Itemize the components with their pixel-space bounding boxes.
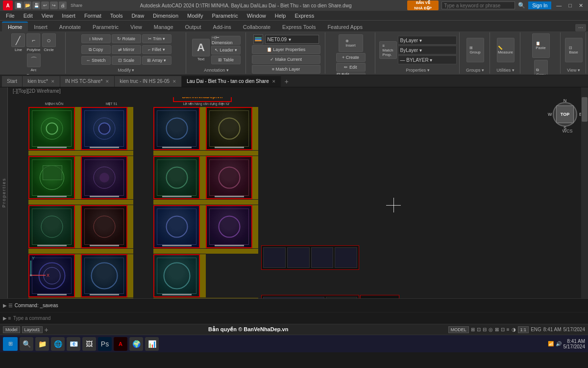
maximize-button[interactable]: □ xyxy=(566,2,574,8)
sheet-3-1[interactable] xyxy=(28,205,75,248)
share-button[interactable]: Share xyxy=(69,3,84,8)
menu-dimension[interactable]: Dimension xyxy=(149,12,182,20)
tab-add-button[interactable]: + xyxy=(281,76,292,87)
sheet-3-2[interactable] xyxy=(81,205,127,248)
qa-save[interactable]: 💾 xyxy=(32,1,40,9)
drawing-canvas[interactable]: MẸNH NÕN MẸT 51 xyxy=(9,97,588,298)
tab-kientru2[interactable]: kien truc - IN HS 26-05 ✕ xyxy=(115,76,182,87)
sheet-2-1[interactable] xyxy=(28,156,75,199)
tab-addins[interactable]: Add-ins xyxy=(207,23,237,31)
model-mode-indicator[interactable]: MODEL xyxy=(448,326,469,333)
taskbar-chrome[interactable]: 🌍 xyxy=(129,337,143,351)
trim-button[interactable]: ✂ Trim ▾ xyxy=(142,34,172,43)
taskbar-mail[interactable]: 📧 xyxy=(67,337,80,351)
circle-button[interactable]: ○ Circle xyxy=(42,33,56,52)
menu-help[interactable]: Help xyxy=(271,12,290,20)
fillet-button[interactable]: ⌐ Fillet ▾ xyxy=(142,45,172,54)
base-button[interactable]: ⊡Base xyxy=(565,38,583,62)
dimension-button[interactable]: ⊣⊢ Dimension xyxy=(211,36,241,45)
search-icon[interactable]: 🔍 xyxy=(518,2,525,9)
taskbar-edge[interactable]: 🌐 xyxy=(51,337,65,351)
elev-1[interactable] xyxy=(261,245,359,270)
taskbar-photoshop[interactable]: Ps xyxy=(98,337,112,351)
menu-draw[interactable]: Draw xyxy=(127,12,148,20)
lineweight-button[interactable]: ≡ xyxy=(507,327,510,332)
measure-button[interactable]: 📏Measure xyxy=(497,38,514,62)
snap-button[interactable]: ⊡ xyxy=(477,327,481,332)
table-button[interactable]: ⊞ Table xyxy=(211,55,241,64)
sheet-4-2[interactable] xyxy=(81,254,127,297)
close-button[interactable]: ✕ xyxy=(577,2,585,9)
taskbar-search[interactable]: 🔍 xyxy=(20,337,33,351)
sheet-1-1[interactable] xyxy=(28,107,75,150)
tab-inhs-close[interactable]: ✕ xyxy=(105,79,109,84)
search-input[interactable] xyxy=(441,1,515,9)
edit-button[interactable]: ✏ Edit xyxy=(336,63,366,72)
match-layer-button[interactable]: ≡ Match Layer xyxy=(252,65,320,74)
properties-panel[interactable]: Properties xyxy=(0,87,8,298)
qa-new[interactable]: 📄 xyxy=(15,1,23,9)
minimize-button[interactable]: — xyxy=(554,2,564,8)
bylayer-3-dropdown[interactable]: — BYLAYER ▾ xyxy=(398,55,457,64)
mirror-button[interactable]: ⇌ Mirror xyxy=(112,45,141,54)
qa-print[interactable]: 🖨 xyxy=(59,1,67,9)
menu-format[interactable]: Format xyxy=(80,12,105,20)
vertical-scrollbar[interactable] xyxy=(581,87,588,298)
tab-collaborate[interactable]: Collaborate xyxy=(237,23,276,31)
polyline-button[interactable]: ⌐ Polyline xyxy=(26,33,40,52)
scale-button[interactable]: ⊡ Scale xyxy=(112,56,141,65)
model-tab-button[interactable]: Model xyxy=(3,326,20,333)
start-button[interactable]: ⊞ xyxy=(3,337,18,351)
tab-featured[interactable]: Featured Apps xyxy=(321,23,368,31)
grid-button[interactable]: ⊞ xyxy=(471,327,475,332)
tab-kientru2-close[interactable]: ✕ xyxy=(172,79,176,84)
taskbar-autocad[interactable]: A xyxy=(114,337,127,351)
qa-undo[interactable]: ↩ xyxy=(41,1,49,9)
add-layout-button[interactable]: + xyxy=(45,326,49,334)
layer-properties-button[interactable]: 📋 Layer Properties xyxy=(252,45,320,54)
tab-insert[interactable]: Insert xyxy=(28,23,53,31)
tab-manage[interactable]: Manage xyxy=(148,23,179,31)
stretch-button[interactable]: ↔ Stretch xyxy=(81,56,111,65)
group-button[interactable]: ⊞Group xyxy=(466,38,484,62)
qa-open[interactable]: 📂 xyxy=(24,1,31,9)
tab-laudai-close[interactable]: ✕ xyxy=(272,79,276,84)
line-button[interactable]: ╱ Line xyxy=(11,33,25,52)
net-dropdown[interactable]: NET0.09 ▾ xyxy=(265,35,319,44)
r-sheet-2-2[interactable] xyxy=(206,156,252,199)
transparency-button[interactable]: ◑ xyxy=(512,327,516,332)
scroll-thumb[interactable] xyxy=(582,97,588,122)
tab-start[interactable]: Start xyxy=(2,76,23,87)
anno-scale[interactable]: 1:1 xyxy=(518,326,529,333)
ortho-button[interactable]: ⊟ xyxy=(483,327,487,332)
tab-kientru[interactable]: kien truc* ✕ xyxy=(23,76,60,87)
polar-button[interactable]: ◎ xyxy=(489,327,493,332)
osnap-button[interactable]: ⊠ xyxy=(495,327,499,332)
paste-button[interactable]: 📋Paste xyxy=(532,33,550,58)
arc-button[interactable]: ⌒ Arc xyxy=(27,53,41,72)
menu-tools[interactable]: Tools xyxy=(106,12,127,20)
menu-express[interactable]: Express xyxy=(291,12,318,20)
sheet-1-2[interactable] xyxy=(81,107,127,150)
qa-redo[interactable]: ↪ xyxy=(50,1,58,9)
otrack-button[interactable]: ⊡ xyxy=(501,327,505,332)
tab-express[interactable]: Express Tools xyxy=(276,23,321,31)
make-current-button[interactable]: ✓ Make Current xyxy=(252,55,320,64)
insert-button[interactable]: ⊕Insert xyxy=(339,34,363,52)
tab-output[interactable]: Output xyxy=(179,23,207,31)
bylayer-2-dropdown[interactable]: ByLayer ▾ xyxy=(398,46,457,54)
menu-window[interactable]: Window xyxy=(243,12,270,20)
featured-icon[interactable]: ⋯ xyxy=(575,24,586,31)
r-sheet-3-1[interactable] xyxy=(153,205,200,248)
menu-edit[interactable]: Edit xyxy=(20,12,37,20)
r-sheet-1-2[interactable] xyxy=(206,107,252,150)
match-properties-button[interactable]: ≡MatchProp. xyxy=(379,41,397,59)
bottom-elev[interactable] xyxy=(261,295,359,298)
command-input[interactable] xyxy=(13,315,585,321)
text-button[interactable]: A Text xyxy=(192,39,210,61)
taskbar-app1[interactable]: 📊 xyxy=(145,337,159,351)
bottom-elev-2[interactable] xyxy=(360,295,399,298)
r-sheet-3-2[interactable] xyxy=(206,205,252,248)
tab-inhs[interactable]: IN HS TC-Share* ✕ xyxy=(60,76,115,87)
rotate-button[interactable]: ↻ Rotate xyxy=(112,34,141,43)
